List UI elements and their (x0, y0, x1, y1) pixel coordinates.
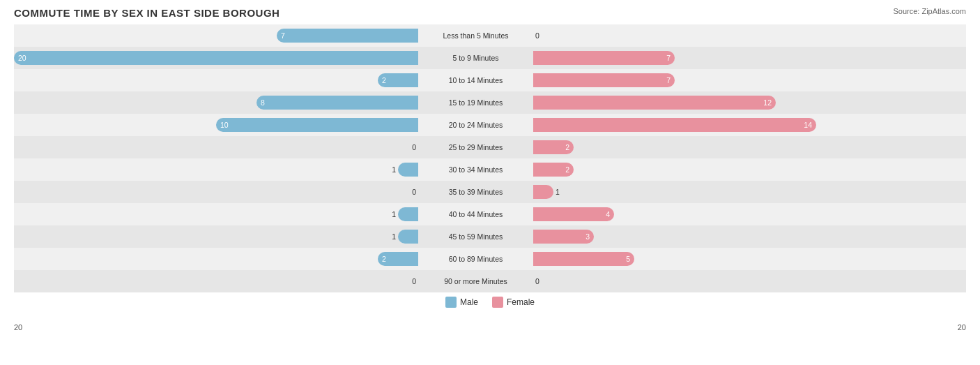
female-value: 5 (626, 255, 630, 263)
bar-row: 1020 to 24 Minutes14 (14, 114, 966, 136)
row-label: 60 to 89 Minutes (418, 255, 533, 264)
left-section: 7 (14, 24, 418, 47)
male-bar: 7 (277, 29, 418, 43)
female-value: 2 (565, 165, 569, 174)
left-section: 1 (14, 203, 418, 225)
left-section: 1 (14, 225, 418, 248)
female-value: 0 (535, 277, 539, 285)
row-label: 20 to 24 Minutes (418, 121, 533, 130)
female-bar: 5 (533, 252, 634, 266)
female-bar: 4 (533, 207, 614, 221)
right-section: 12 (533, 91, 937, 114)
axis-max: 20 (958, 323, 966, 332)
right-section: 7 (533, 47, 937, 69)
female-bar: 2 (533, 163, 574, 177)
male-bar: 20 (14, 51, 418, 65)
row-label: 10 to 14 Minutes (418, 76, 533, 85)
row-label: Less than 5 Minutes (418, 31, 533, 40)
legend-male-box (445, 297, 457, 308)
bar-row: 025 to 29 Minutes2 (14, 136, 966, 158)
bar-row: 210 to 14 Minutes7 (14, 69, 966, 91)
female-bar: 12 (533, 96, 776, 110)
row-label: 30 to 34 Minutes (418, 165, 533, 174)
male-bar: 10 (216, 118, 418, 132)
right-section: 1 (533, 181, 937, 203)
female-bar: 7 (533, 51, 675, 65)
male-value: 0 (412, 188, 416, 196)
row-label: 45 to 59 Minutes (418, 232, 533, 241)
bar-row: 035 to 39 Minutes1 (14, 181, 966, 203)
female-value: 7 (666, 76, 671, 84)
male-value: 1 (392, 165, 396, 174)
male-value: 8 (261, 98, 265, 107)
row-label: 90 or more Minutes (418, 277, 533, 286)
left-section: 10 (14, 114, 418, 136)
right-section: 4 (533, 203, 937, 225)
axis-min: 20 (14, 323, 22, 332)
male-value: 2 (382, 255, 386, 263)
female-value: 2 (565, 143, 569, 151)
row-label: 40 to 44 Minutes (418, 210, 533, 219)
chart-title: COMMUTE TIME BY SEX IN EAST SIDE BOROUGH (14, 7, 966, 19)
bar-row: 205 to 9 Minutes7 (14, 47, 966, 69)
left-section: 0 (14, 136, 418, 158)
male-value: 2 (382, 76, 386, 84)
male-bar: 1 (398, 230, 418, 244)
left-section: 2 (14, 248, 418, 270)
female-bar: 2 (533, 140, 574, 154)
chart-container: COMMUTE TIME BY SEX IN EAST SIDE BOROUGH… (0, 0, 980, 365)
female-value: 7 (666, 54, 671, 62)
chart-rows-area: 7Less than 5 Minutes0205 to 9 Minutes721… (14, 24, 966, 292)
right-section: 5 (533, 248, 937, 270)
bar-row: 145 to 59 Minutes3 (14, 225, 966, 248)
male-value: 0 (412, 277, 416, 285)
right-section: 2 (533, 136, 937, 158)
female-value: 3 (585, 232, 590, 241)
female-value: 1 (556, 188, 560, 196)
row-label: 15 to 19 Minutes (418, 98, 533, 107)
legend-female: Female (492, 297, 535, 308)
male-value: 10 (220, 121, 229, 129)
left-section: 2 (14, 69, 418, 91)
axis-labels: 20 20 (14, 323, 966, 332)
female-bar: 1 (533, 185, 553, 199)
female-value: 14 (804, 121, 812, 129)
male-bar: 1 (398, 163, 418, 177)
left-section: 0 (14, 181, 418, 203)
male-value: 7 (281, 31, 285, 40)
legend-female-label: Female (507, 297, 535, 307)
row-label: 25 to 29 Minutes (418, 143, 533, 152)
right-section: 0 (533, 270, 937, 292)
right-section: 2 (533, 158, 937, 181)
male-value: 0 (412, 143, 416, 151)
bar-row: 090 or more Minutes0 (14, 270, 966, 292)
male-value: 1 (392, 210, 396, 218)
male-bar: 2 (378, 252, 418, 266)
bar-row: 130 to 34 Minutes2 (14, 158, 966, 181)
right-section: 7 (533, 69, 937, 91)
source-text: Source: ZipAtlas.com (893, 7, 966, 15)
female-bar: 3 (533, 230, 594, 244)
female-value: 0 (535, 31, 539, 40)
left-section: 1 (14, 158, 418, 181)
left-section: 8 (14, 91, 418, 114)
male-value: 20 (18, 54, 26, 62)
bar-row: 7Less than 5 Minutes0 (14, 24, 966, 47)
bar-row: 260 to 89 Minutes5 (14, 248, 966, 270)
male-bar: 8 (257, 96, 418, 110)
legend: Male Female (14, 297, 966, 308)
male-bar: 2 (378, 73, 418, 87)
right-section: 3 (533, 225, 937, 248)
right-section: 14 (533, 114, 937, 136)
legend-male: Male (445, 297, 478, 308)
legend-male-label: Male (460, 297, 478, 307)
row-label: 35 to 39 Minutes (418, 188, 533, 197)
female-bar: 7 (533, 73, 675, 87)
legend-female-box (492, 297, 503, 308)
right-section: 0 (533, 24, 937, 47)
bar-row: 815 to 19 Minutes12 (14, 91, 966, 114)
male-bar: 1 (398, 207, 418, 221)
male-value: 1 (392, 232, 396, 241)
female-value: 4 (606, 210, 610, 218)
left-section: 0 (14, 270, 418, 292)
